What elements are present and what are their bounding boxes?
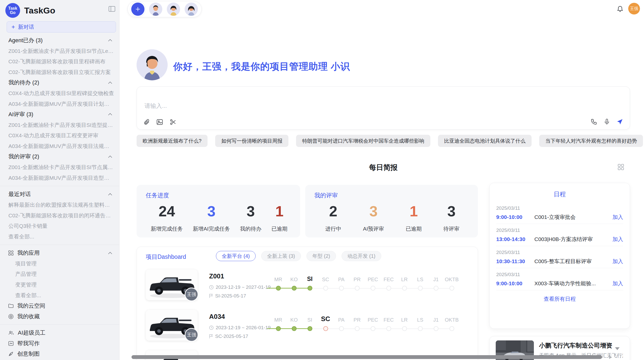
section-my-todo[interactable]: 我的待办 (2) xyxy=(0,77,119,88)
agent-avatar[interactable] xyxy=(185,3,198,16)
view-all-schedule-link[interactable]: 查看所有日程 xyxy=(496,295,623,303)
event-title: C001-立项审批会 xyxy=(534,214,609,221)
chevron-up-icon xyxy=(108,252,112,254)
suggestion-chip[interactable]: 当下年轻人对汽车外观有怎样的喜好趋势 xyxy=(539,135,643,147)
milestone-dot xyxy=(371,286,375,291)
scissors-icon[interactable] xyxy=(170,119,176,125)
notifications-bell-icon[interactable] xyxy=(617,5,624,12)
recent-chat-item[interactable]: C02-飞腾新能源轻客改款项目的闭环通告反馈情况 xyxy=(0,210,119,221)
milestone-dot xyxy=(276,286,281,291)
sidebar-item[interactable]: C0X4-动力总成开发项目工程变更评审 xyxy=(0,130,119,141)
milestone: SC xyxy=(318,275,333,291)
event-date: 2025/03/11 xyxy=(496,228,623,233)
recent-chat-item[interactable]: 解释最新出台的欧盟报废车法规再生塑料比例被调至15%... xyxy=(0,200,119,210)
sidebar-item[interactable]: A034-全新新能源MUV产品开发项目计划变更表编写 xyxy=(0,99,119,109)
attach-image-icon[interactable] xyxy=(156,119,163,125)
attach-file-icon[interactable] xyxy=(143,119,150,125)
new-chat-button[interactable]: + 新对话 xyxy=(7,21,116,33)
milestone-dot xyxy=(292,326,297,331)
section-ai-review[interactable]: AI评审 (3) xyxy=(0,109,119,120)
briefing-layout-icon[interactable] xyxy=(618,164,624,170)
milestone-dot xyxy=(339,286,344,291)
app-item-change-management[interactable]: 变更管理 xyxy=(0,279,119,290)
chevron-up-icon xyxy=(108,82,112,84)
my-review-card: 我的评审 2 进行中 3 AI预评审 1 已逾期 3 待评审 xyxy=(305,185,478,237)
section-agent-done[interactable]: Agent已办 (3) xyxy=(0,35,119,46)
divider xyxy=(0,186,119,186)
project-node-date: SC-2025-05-17 xyxy=(209,334,248,339)
milestone-dot xyxy=(371,326,375,331)
view-all-chats-link[interactable]: 查看全部... xyxy=(0,231,119,242)
sidebar-item-label: AI超级员工 xyxy=(18,329,46,337)
sidebar-item[interactable]: Z001-全新燃油皮卡产品开发项目SI节点Lesson Learn报告 xyxy=(0,46,119,56)
suggestion-chip[interactable]: 如何写一份清晰的项目周报 xyxy=(215,135,288,147)
app-item-product-management[interactable]: 产品管理 xyxy=(0,269,119,279)
stat-label: 我的待办 xyxy=(240,225,261,232)
stat-label: 待评审 xyxy=(443,225,459,232)
chevron-up-icon xyxy=(108,113,112,115)
milestone-active: SI xyxy=(302,275,318,291)
join-event-link[interactable]: 加入 xyxy=(612,258,623,265)
composer-actions xyxy=(591,118,623,125)
horizontal-scrollbar-thumb[interactable] xyxy=(131,355,602,359)
node-date-text: SC-2025-05-17 xyxy=(215,334,248,339)
milestone: FEC xyxy=(381,275,397,291)
sidebar-item[interactable]: A034-全新新能源MUV产品开发项目法规符合性评审 xyxy=(0,141,119,152)
agent-avatar[interactable] xyxy=(167,3,180,16)
sidebar-item[interactable]: A034-全新新能源MUV产品开发项目造型可行性评审 xyxy=(0,173,119,183)
sidebar-item-creative-drawing[interactable]: 创意制图 xyxy=(0,349,119,359)
collapse-sidebar-icon[interactable] xyxy=(109,6,115,12)
sidebar-item-cloud-space[interactable]: 我的云空间 xyxy=(0,301,119,311)
project-owner-badge: 王强 xyxy=(185,328,198,342)
milestone: PR xyxy=(349,315,365,331)
stat-pending-review: 3 待评审 xyxy=(443,204,459,232)
add-session-button[interactable] xyxy=(131,3,144,16)
stat-value: 3 xyxy=(369,204,377,219)
suggestion-chip[interactable]: 特朗普可能对进口汽车增税会对中国车企造成哪些影响 xyxy=(296,135,430,147)
agent-avatar[interactable] xyxy=(149,3,162,16)
sidebar-item-favorites[interactable]: 我的收藏 xyxy=(0,311,119,322)
recent-chat-item[interactable]: 公司Q3轻卡销量 xyxy=(0,221,119,231)
voice-call-icon[interactable] xyxy=(591,118,597,125)
sidebar-item-label: 帮我写作 xyxy=(17,340,40,347)
tab-model-year[interactable]: 年型 (2) xyxy=(306,251,336,261)
user-avatar[interactable]: 王强 xyxy=(628,3,640,14)
divider xyxy=(0,324,119,325)
suggestion-chip[interactable]: 比亚迪全固态电池计划具体说了什么 xyxy=(438,135,532,147)
sidebar-item[interactable]: C02-飞腾新能源轻客改款项目立项汇报方案 xyxy=(0,67,119,78)
card-title: 我的评审 xyxy=(314,191,478,199)
assistant-avatar xyxy=(137,49,168,80)
scroll-down-arrow-icon[interactable] xyxy=(615,347,620,350)
sidebar-item[interactable]: Z001-全新燃油轻卡产品开发项目SI造型提交物评审 xyxy=(0,120,119,130)
section-recent-chats[interactable]: 最近对话 xyxy=(0,189,119,200)
chat-input[interactable] xyxy=(137,87,630,114)
view-all-apps-link[interactable]: 查看全部... xyxy=(0,290,119,301)
sidebar-item[interactable]: C02-飞腾新能源轻客改款项目里程碑画布 xyxy=(0,56,119,67)
tab-new-platform[interactable]: 全新平台 (4) xyxy=(216,251,256,261)
join-event-link[interactable]: 加入 xyxy=(612,280,623,287)
sidebar-item[interactable]: C0X4-动力总成开发项目SI里程碑提交物检查 xyxy=(0,88,119,99)
sidebar-item-help-me-write[interactable]: 帮我写作 xyxy=(0,338,119,349)
people-icon xyxy=(8,331,14,335)
send-icon[interactable] xyxy=(616,118,623,125)
sidebar-item[interactable]: Z001-全新燃油轻卡产品开发项目SI节点属性5D文件评审 xyxy=(0,162,119,173)
join-event-link[interactable]: 加入 xyxy=(612,236,623,243)
microphone-icon[interactable] xyxy=(604,118,610,125)
section-my-review[interactable]: 我的评审 (2) xyxy=(0,152,119,162)
app-item-project-management[interactable]: 项目管理 xyxy=(0,258,119,269)
scroll-right-arrow-icon[interactable] xyxy=(609,355,612,359)
section-label: Agent已办 (3) xyxy=(8,37,43,44)
tab-powertrain[interactable]: 动总开发 (1) xyxy=(342,251,381,261)
join-event-link[interactable]: 加入 xyxy=(612,214,623,221)
sidebar-item-label: 我的收藏 xyxy=(17,313,40,320)
tab-new-body[interactable]: 全新上装 (3) xyxy=(261,251,301,261)
stat-value: 2 xyxy=(329,204,337,219)
suggestion-chip[interactable]: 欧洲新规最近颁布了什么? xyxy=(137,135,208,147)
sidebar-item-ai-super-staff[interactable]: AI超级员工 xyxy=(0,327,119,338)
milestone: PEC xyxy=(365,315,381,331)
milestone-dot xyxy=(308,326,312,331)
user-avatar-label: 王强 xyxy=(630,6,638,11)
section-my-apps[interactable]: 我的应用 xyxy=(0,248,119,258)
milestone-dot xyxy=(418,326,423,331)
milestone: MR xyxy=(270,275,286,291)
